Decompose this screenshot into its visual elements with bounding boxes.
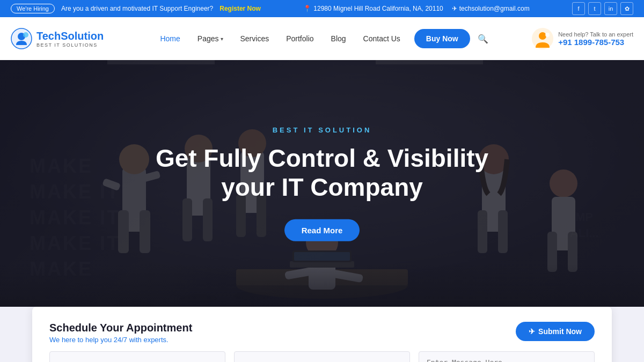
- subtitle-highlight: help: [85, 336, 99, 344]
- pages-arrow-icon: ▾: [221, 36, 223, 42]
- nav-links: Home Pages ▾ Services Portfolio Blog Con…: [118, 29, 523, 48]
- appointment-title: Schedule Your Appointment: [49, 322, 192, 334]
- twitter-icon[interactable]: t: [588, 2, 601, 15]
- hero-content: BEST IT SOLUTION Get Fully Control & Vis…: [134, 126, 510, 241]
- hiring-badge[interactable]: We're Hiring: [11, 4, 55, 13]
- hero-title: Get Fully Control & Visibilityyour IT Co…: [134, 144, 510, 202]
- logo[interactable]: TechSolution BEST IT SOLUTIONS: [11, 28, 118, 49]
- logo-text: TechSolution BEST IT SOLUTIONS: [36, 30, 104, 48]
- read-more-button[interactable]: Read More: [284, 219, 360, 241]
- logo-tagline: BEST IT SOLUTIONS: [36, 42, 104, 48]
- email-icon: ✈: [452, 5, 457, 12]
- nav-services[interactable]: Services: [233, 30, 277, 47]
- top-bar-center: 📍 12980 Mignel Hill Road California, NA,…: [303, 5, 529, 12]
- svg-point-4: [539, 32, 546, 40]
- nav-portfolio[interactable]: Portfolio: [279, 30, 321, 47]
- whatsapp-icon[interactable]: ✿: [620, 2, 633, 15]
- support-avatar-icon: [531, 27, 554, 50]
- hero-bottom-fade: [0, 264, 644, 307]
- name-input[interactable]: [49, 351, 225, 362]
- support-text: Need help? Talk to an expert +91 1899-78…: [558, 31, 633, 47]
- nav-home[interactable]: Home: [152, 30, 187, 47]
- facebook-icon[interactable]: f: [572, 2, 585, 15]
- svg-point-5: [545, 33, 550, 37]
- submit-icon: ✈: [529, 327, 535, 336]
- hero-section: MAKE MAKE IT MAKE IT MAKE IT MAKE AIMP T…: [0, 60, 644, 307]
- navbar: TechSolution BEST IT SOLUTIONS Home Page…: [0, 17, 644, 60]
- appointment-subtitle: We here to help you 24/7 with experts.: [49, 336, 192, 344]
- support-phone[interactable]: +91 1899-785-753: [558, 38, 633, 47]
- hero-subtitle: BEST IT SOLUTION: [134, 126, 510, 134]
- appointment-title-area: Schedule Your Appointment We here to hel…: [49, 322, 192, 344]
- linkedin-icon[interactable]: in: [604, 2, 617, 15]
- appointment-row-1: [49, 351, 595, 362]
- nav-pages[interactable]: Pages ▾: [190, 30, 231, 47]
- search-icon[interactable]: 🔍: [478, 34, 488, 44]
- nav-blog[interactable]: Blog: [324, 30, 354, 47]
- nav-contact[interactable]: Contact Us: [356, 30, 408, 47]
- hiring-text: Are you a driven and motivated IT Suppor…: [61, 5, 213, 12]
- register-link[interactable]: Register Now: [219, 5, 261, 12]
- social-links: f t in ✿: [572, 2, 633, 15]
- appointment-header: Schedule Your Appointment We here to hel…: [49, 322, 595, 344]
- subject-input[interactable]: [234, 351, 410, 362]
- top-bar-left: We're Hiring Are you a driven and motiva…: [11, 4, 261, 13]
- email-text: ✈ techsolution@gmail.com: [452, 5, 530, 12]
- logo-icon: [11, 28, 32, 49]
- message-input[interactable]: [419, 351, 595, 362]
- location-text: 📍 12980 Mignel Hill Road California, NA,…: [303, 5, 443, 12]
- top-bar: We're Hiring Are you a driven and motiva…: [0, 0, 644, 17]
- location-icon: 📍: [303, 5, 311, 12]
- submit-button[interactable]: ✈ Submit Now: [516, 322, 595, 341]
- svg-point-2: [23, 32, 28, 38]
- nav-support: Need help? Talk to an expert +91 1899-78…: [531, 27, 633, 50]
- buy-now-button[interactable]: Buy Now: [414, 29, 470, 48]
- logo-name: TechSolution: [36, 30, 104, 42]
- support-label: Need help? Talk to an expert: [558, 31, 633, 38]
- appointment-section: Schedule Your Appointment We here to hel…: [32, 307, 612, 362]
